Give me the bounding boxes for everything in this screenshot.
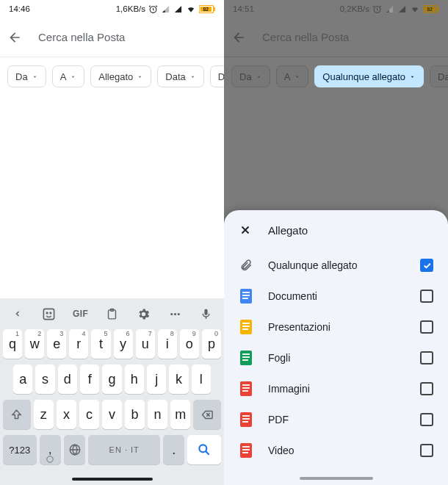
key-u[interactable]: u7	[136, 329, 155, 359]
checkbox[interactable]	[420, 290, 433, 303]
arrow-left-icon	[231, 30, 246, 45]
key-m[interactable]: m	[170, 400, 190, 429]
alarm-icon	[148, 4, 158, 14]
key-backspace[interactable]	[193, 400, 221, 429]
key-v[interactable]: v	[102, 400, 122, 429]
more-icon[interactable]	[162, 301, 188, 327]
signal-icon	[397, 5, 407, 13]
sheet-item-label: Presentazioni	[268, 321, 405, 333]
svg-rect-5	[44, 309, 54, 319]
nav-bar[interactable]	[0, 473, 224, 485]
chip-label: Da	[239, 71, 252, 82]
filter-chip[interactable]: Data	[430, 65, 448, 87]
sheet-item[interactable]: PDF	[224, 404, 448, 435]
checkbox[interactable]	[420, 413, 433, 426]
checkbox[interactable]	[420, 444, 433, 457]
keyboard-row-3: zxcvbnm	[3, 400, 221, 429]
key-search[interactable]	[187, 435, 221, 464]
svg-point-6	[47, 312, 48, 314]
sheet-item[interactable]: Video	[224, 435, 448, 466]
emoji-icon	[46, 456, 54, 463]
sticker-icon[interactable]	[36, 301, 62, 327]
key-f[interactable]: f	[80, 364, 99, 394]
filter-chip[interactable]: Data	[157, 65, 203, 87]
keyboard-row-2: asdfghjkl	[3, 364, 221, 394]
kb-expand-button[interactable]	[4, 301, 31, 327]
sheet-list: Qualunque allegatoDocumentiPresentazioni…	[224, 250, 448, 472]
filter-chip[interactable]: Da	[231, 65, 270, 87]
key-l[interactable]: l	[192, 364, 211, 394]
gif-button[interactable]: GIF	[68, 301, 94, 327]
chevron-down-icon	[409, 73, 416, 80]
chip-label: Data	[438, 71, 448, 82]
key-x[interactable]: x	[57, 400, 76, 429]
sheet-item[interactable]: Qualunque allegato	[224, 250, 448, 281]
filter-chip[interactable]: Qualunque allegato	[314, 65, 424, 87]
search-input[interactable]: Cerca nella Posta	[262, 31, 349, 43]
key-i[interactable]: i8	[158, 329, 177, 359]
checkbox[interactable]	[420, 351, 433, 364]
key-o[interactable]: o9	[180, 329, 199, 359]
key-c[interactable]: c	[79, 400, 99, 429]
key-comma[interactable]: ,	[40, 435, 61, 464]
key-period[interactable]: .	[163, 435, 184, 464]
status-right: 0,2KB/s 82	[340, 4, 439, 14]
close-button[interactable]	[237, 222, 253, 238]
nav-bar[interactable]	[224, 472, 448, 485]
sheet-item[interactable]: Immagini	[224, 373, 448, 404]
key-shift[interactable]	[3, 400, 31, 429]
doc-icon	[240, 443, 252, 458]
wifi-icon	[410, 5, 420, 13]
key-g[interactable]: g	[102, 364, 121, 394]
shift-icon	[10, 409, 23, 421]
close-icon	[239, 223, 252, 237]
back-button[interactable]	[6, 29, 24, 46]
battery-icon: 82	[423, 5, 439, 13]
back-button[interactable]	[230, 29, 248, 46]
sheet-item[interactable]: Documenti	[224, 281, 448, 312]
sheet-item[interactable]: Fogli	[224, 342, 448, 373]
key-d[interactable]: d	[58, 364, 77, 394]
filter-chip[interactable]: Da leg	[210, 65, 224, 87]
svg-point-10	[170, 312, 173, 315]
key-space[interactable]: EN · IT	[88, 435, 160, 464]
sheet-item[interactable]: Presentazioni	[224, 312, 448, 342]
signal-icon	[173, 5, 183, 13]
key-p[interactable]: p0	[202, 329, 221, 359]
status-net: 1,6KB/s	[116, 4, 145, 13]
key-n[interactable]: n	[148, 400, 167, 429]
key-symbols[interactable]: ?123	[3, 435, 37, 464]
key-w[interactable]: w2	[25, 329, 44, 359]
screen-search: 14:46 1,6KB/s 82 Cerca nella Posta DaAAl…	[0, 0, 224, 485]
key-j[interactable]: j	[147, 364, 166, 394]
key-h[interactable]: h	[125, 364, 144, 394]
mic-icon[interactable]	[193, 301, 220, 327]
key-t[interactable]: t5	[91, 329, 110, 359]
key-a[interactable]: a	[13, 364, 32, 394]
clipboard-icon[interactable]	[98, 301, 125, 327]
status-time: 14:51	[233, 4, 254, 13]
search-input[interactable]: Cerca nella Posta	[38, 31, 125, 43]
key-e[interactable]: e3	[47, 329, 66, 359]
svg-text:82: 82	[427, 7, 433, 12]
filter-chip[interactable]: Da	[7, 65, 46, 87]
statusbar: 14:46 1,6KB/s 82	[0, 0, 224, 18]
filter-chip[interactable]: Allegato	[90, 65, 151, 87]
filter-chip[interactable]: A	[52, 65, 85, 87]
key-lang[interactable]	[64, 435, 85, 464]
key-z[interactable]: z	[34, 400, 54, 429]
filter-chip[interactable]: A	[276, 65, 309, 87]
checkbox[interactable]	[420, 320, 433, 334]
key-y[interactable]: y6	[114, 329, 133, 359]
sheet-item-label: Immagini	[268, 383, 405, 395]
chip-label: Qualunque allegato	[322, 71, 405, 82]
checkbox-checked[interactable]	[420, 259, 433, 272]
key-k[interactable]: k	[169, 364, 188, 394]
key-q[interactable]: q1	[3, 329, 22, 359]
settings-icon[interactable]	[130, 301, 156, 327]
checkbox[interactable]	[420, 382, 433, 395]
key-r[interactable]: r4	[69, 329, 88, 359]
key-s[interactable]: s	[35, 364, 54, 394]
key-b[interactable]: b	[125, 400, 145, 429]
sheet-title: Allegato	[268, 224, 308, 237]
